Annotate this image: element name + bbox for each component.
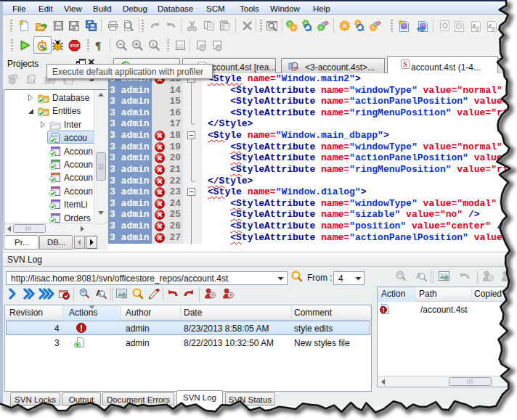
svg-text:¶: ¶ xyxy=(95,40,101,52)
svg-text:?: ? xyxy=(508,276,511,281)
svg-text:S: S xyxy=(403,60,407,68)
svg-text:STOP: STOP xyxy=(70,44,78,48)
svg-text:1: 1 xyxy=(152,41,155,48)
svg-text:?: ? xyxy=(211,293,214,298)
svg-text:?: ? xyxy=(489,276,492,281)
svg-text:gl: gl xyxy=(492,25,496,31)
svg-text:gl: gl xyxy=(476,25,480,31)
svg-text:?: ? xyxy=(229,293,232,298)
